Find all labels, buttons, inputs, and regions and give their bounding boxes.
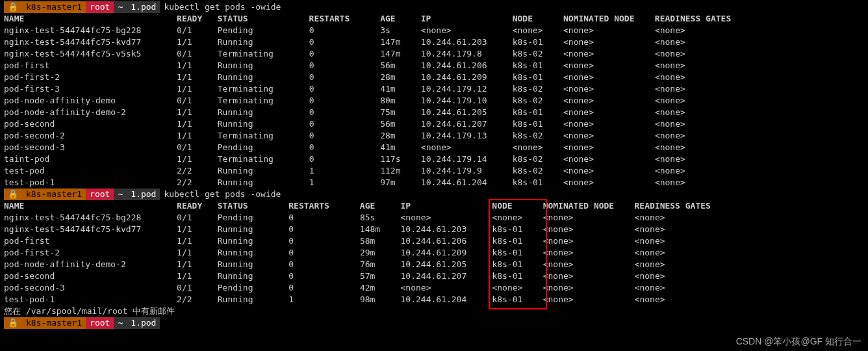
cell-restarts: 0 bbox=[288, 271, 360, 281]
cell-node: k8s-02 bbox=[513, 49, 563, 58]
cell-restarts: 0 bbox=[309, 37, 381, 47]
cell-readiness: <none> bbox=[635, 213, 726, 222]
table1-row: pod-node-affinity-demo 0/1 Terminating 0… bbox=[4, 95, 864, 107]
cell-nominated: <none> bbox=[563, 25, 655, 35]
cell-age: 29m bbox=[360, 248, 401, 257]
prompt-user: root bbox=[86, 317, 114, 329]
cell-node: k8s-01 bbox=[492, 236, 542, 246]
cell-status: Terminating bbox=[218, 96, 309, 105]
cell-node: k8s-01 bbox=[513, 107, 563, 117]
cell-status: Running bbox=[218, 119, 309, 129]
cell-ready: 1/1 bbox=[177, 271, 218, 281]
cell-nominated: <none> bbox=[543, 213, 635, 222]
cell-node: k8s-02 bbox=[513, 166, 563, 176]
cell-status: Terminating bbox=[218, 49, 309, 58]
table1-row: pod-first-3 1/1 Terminating 0 41m 10.244… bbox=[4, 83, 864, 95]
cell-name: pod-node-affinity-demo bbox=[4, 96, 177, 105]
cell-restarts: 0 bbox=[309, 107, 381, 117]
cell-status: Pending bbox=[218, 283, 289, 292]
cell-restarts: 0 bbox=[309, 131, 381, 140]
lock-icon: 🔒 bbox=[4, 317, 22, 329]
cell-restarts: 0 bbox=[309, 25, 381, 35]
table2-row: test-pod-1 2/2 Running 1 98m 10.244.61.2… bbox=[4, 294, 864, 306]
cell-nominated: <none> bbox=[563, 131, 655, 140]
cell-status: Running bbox=[218, 224, 289, 234]
cell-nominated: <none> bbox=[563, 154, 655, 164]
cell-nominated: <none> bbox=[563, 142, 655, 152]
prompt-dir: 1.pod bbox=[127, 317, 160, 329]
cell-age: 147m bbox=[380, 37, 421, 47]
cell-nominated: <none> bbox=[543, 294, 635, 304]
cell-ip: 10.244.179.12 bbox=[421, 84, 513, 94]
cell-node: <none> bbox=[513, 142, 563, 152]
command-input-2[interactable]: kubectl get pods -owide bbox=[160, 188, 285, 200]
cell-restarts: 0 bbox=[309, 60, 381, 70]
cell-age: 42m bbox=[360, 283, 401, 292]
cell-readiness: <none> bbox=[635, 294, 726, 304]
lock-icon: 🔒 bbox=[4, 188, 22, 200]
prompt-path: ~ bbox=[114, 317, 127, 329]
cell-readiness: <none> bbox=[655, 60, 747, 70]
cell-ready: 0/1 bbox=[177, 283, 218, 292]
cell-name: pod-second-3 bbox=[4, 283, 177, 292]
cell-ready: 1/1 bbox=[177, 259, 218, 269]
prompt-user: root bbox=[86, 1, 114, 13]
cell-readiness: <none> bbox=[655, 72, 747, 82]
cell-nominated: <none> bbox=[563, 166, 655, 176]
cell-status: Running bbox=[218, 177, 309, 187]
prompt-host: k8s-master1 bbox=[22, 188, 86, 200]
cell-age: 75m bbox=[380, 107, 421, 117]
cell-age: 41m bbox=[380, 142, 421, 152]
cell-nominated: <none> bbox=[563, 119, 655, 129]
prompt-host: k8s-master1 bbox=[22, 1, 86, 13]
cell-name: pod-second-2 bbox=[4, 131, 177, 140]
cell-status: Terminating bbox=[218, 154, 309, 164]
lock-icon: 🔒 bbox=[4, 1, 22, 13]
cell-name: nginx-test-544744fc75-bg228 bbox=[4, 25, 177, 35]
cell-status: Pending bbox=[218, 25, 309, 35]
cell-node: k8s-02 bbox=[513, 84, 563, 94]
cell-status: Pending bbox=[218, 142, 309, 152]
cell-name: taint-pod bbox=[4, 154, 177, 164]
cell-nominated: <none> bbox=[563, 49, 655, 58]
cell-readiness: <none> bbox=[655, 84, 747, 94]
table1-row: nginx-test-544744fc75-kvd77 1/1 Running … bbox=[4, 36, 864, 48]
cell-ready: 1/1 bbox=[177, 236, 218, 246]
table1-row: nginx-test-544744fc75-bg228 0/1 Pending … bbox=[4, 25, 864, 36]
cell-readiness: <none> bbox=[635, 271, 726, 281]
cell-ip: 10.244.61.204 bbox=[401, 294, 492, 304]
cell-status: Running bbox=[218, 294, 289, 304]
cell-ready: 1/1 bbox=[177, 37, 218, 47]
cell-status: Running bbox=[218, 166, 309, 176]
cell-ip: 10.244.61.207 bbox=[401, 271, 492, 281]
cell-age: 28m bbox=[380, 72, 421, 82]
cell-nominated: <none> bbox=[563, 84, 655, 94]
cell-name: pod-second-3 bbox=[4, 142, 177, 152]
cell-ip: <none> bbox=[421, 142, 513, 152]
cell-status: Running bbox=[218, 37, 309, 47]
cell-name: nginx-test-544744fc75-kvd77 bbox=[4, 37, 177, 47]
cell-ip: 10.244.61.209 bbox=[401, 248, 492, 257]
cell-status: Terminating bbox=[218, 131, 309, 140]
cell-node: k8s-01 bbox=[513, 37, 563, 47]
cell-node: k8s-02 bbox=[513, 131, 563, 140]
cell-status: Running bbox=[218, 72, 309, 82]
cell-node: k8s-01 bbox=[492, 294, 542, 304]
cell-age: 117s bbox=[380, 154, 421, 164]
cell-readiness: <none> bbox=[655, 25, 747, 35]
table1-row: test-pod 2/2 Running 1 112m 10.244.179.9… bbox=[4, 165, 864, 177]
cell-nominated: <none> bbox=[543, 236, 635, 246]
cell-ready: 0/1 bbox=[177, 25, 218, 35]
cell-name: test-pod-1 bbox=[4, 177, 177, 187]
cell-restarts: 0 bbox=[288, 213, 360, 222]
prompt-line: 🔒k8s-master1root~1.podkubectl get pods -… bbox=[4, 188, 864, 200]
cell-readiness: <none> bbox=[655, 49, 747, 58]
cell-age: 97m bbox=[380, 177, 421, 187]
command-input-1[interactable]: kubectl get pods -owide bbox=[160, 1, 285, 13]
cell-age: 41m bbox=[380, 84, 421, 94]
cell-restarts: 0 bbox=[288, 248, 360, 257]
cell-status: Running bbox=[218, 60, 309, 70]
prompt-host: k8s-master1 bbox=[22, 317, 86, 329]
cell-node: k8s-01 bbox=[492, 248, 542, 257]
cell-age: 57m bbox=[360, 271, 401, 281]
